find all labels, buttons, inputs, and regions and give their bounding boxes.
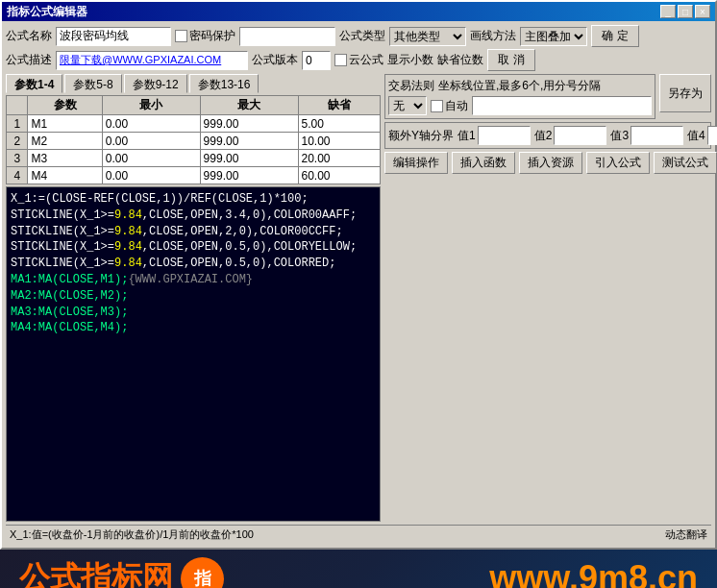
axis-val1: 值1 <box>457 126 531 145</box>
code-line-ma2: MA2:MA(CLOSE,M2); <box>11 288 376 305</box>
maximize-button[interactable]: □ <box>678 5 693 18</box>
insert-func-button[interactable]: 插入函数 <box>452 152 515 174</box>
formula-name-label: 公式名称 <box>6 28 52 44</box>
tab-params-9-12[interactable]: 参数9-12 <box>124 74 187 93</box>
test-formula-button[interactable]: 测试公式 <box>654 152 717 174</box>
left-panel: 参数1-4 参数5-8 参数9-12 参数13-16 参数 最小 最大 缺省 <box>6 74 381 522</box>
param-max-input[interactable] <box>204 152 257 165</box>
auto-label: 自动 <box>445 98 468 114</box>
formula-desc-row: 公式描述 公式版本 云公式 显示小数 缺省位数 取 消 <box>6 49 711 71</box>
formula-code-editor[interactable]: X_1:=(CLOSE-REF(CLOSE,1))/REF(CLOSE,1)*1… <box>6 186 381 522</box>
minimize-button[interactable]: _ <box>660 5 676 18</box>
param-name-input[interactable] <box>31 135 69 148</box>
formula-type-select[interactable]: 其他类型 <box>389 27 466 46</box>
row-num: 2 <box>7 133 28 150</box>
confirm-button[interactable]: 确 定 <box>591 25 639 47</box>
show-small-label: 显示小数 <box>387 52 433 68</box>
axis-row: 额外Y轴分界 值1 值2 值3 <box>388 126 707 145</box>
insert-resource-button[interactable]: 插入资源 <box>519 152 582 174</box>
draw-method-select[interactable]: 主图叠加 <box>520 27 587 46</box>
axis-val2: 值2 <box>534 126 607 145</box>
axis-val4-input[interactable] <box>707 126 717 145</box>
title-buttons: _ □ × <box>660 5 710 18</box>
param-name-input[interactable] <box>31 117 69 131</box>
trading-save-row: 交易法则 坐标线位置,最多6个,用分号分隔 无 自动 <box>384 74 711 119</box>
save-as-button[interactable]: 另存为 <box>659 74 711 112</box>
watermark-formula-text: 公式指标网 <box>19 557 173 588</box>
status-text: X_1:值=(收盘价-1月前的收盘价)/1月前的收盘价*100 <box>10 527 657 542</box>
password-protect-label: 密码保护 <box>189 28 235 44</box>
watermark-left: 公式指标网 指 <box>19 557 224 589</box>
coord-input[interactable] <box>472 96 652 115</box>
param-default-input[interactable] <box>302 117 345 131</box>
main-content: 公式名称 密码保护 公式类型 其他类型 画线方法 主图叠加 确 定 <box>2 21 715 548</box>
formula-version-label: 公式版本 <box>252 52 298 68</box>
password-input[interactable] <box>239 27 335 46</box>
formula-version-input[interactable] <box>302 51 331 70</box>
code-line-5: STICKLINE(X_1>=9.84,CLOSE,OPEN,0.5,0),CO… <box>11 256 376 272</box>
param-max-input[interactable] <box>204 117 257 131</box>
param-default-input[interactable] <box>302 152 345 165</box>
import-formula-button[interactable]: 引入公式 <box>586 152 650 174</box>
code-line-3: STICKLINE(X_1>=9.84,CLOSE,OPEN,2,0),COLO… <box>11 224 376 240</box>
main-layout: 参数1-4 参数5-8 参数9-12 参数13-16 参数 最小 最大 缺省 <box>6 74 711 522</box>
row-num: 4 <box>7 167 28 184</box>
window-title: 指标公式编辑器 <box>7 4 87 20</box>
trading-direction-select[interactable]: 无 <box>388 96 427 115</box>
code-line-ma1: MA1:MA(CLOSE,M1);{WWW.GPXIAZAI.COM} <box>11 272 376 288</box>
params-table: 参数 最小 最大 缺省 1 2 3 <box>6 95 381 184</box>
auto-checkbox[interactable] <box>431 100 443 112</box>
formula-name-input[interactable] <box>56 27 171 46</box>
tab-params-5-8[interactable]: 参数5-8 <box>64 74 121 93</box>
title-bar: 指标公式编辑器 _ □ × <box>2 2 715 21</box>
cancel-button[interactable]: 取 消 <box>487 49 535 71</box>
param-min-input[interactable] <box>106 152 159 165</box>
param-min-input[interactable] <box>106 169 159 183</box>
param-default-input[interactable] <box>302 169 345 183</box>
row-num: 1 <box>7 115 28 133</box>
code-line-4: STICKLINE(X_1>=9.84,CLOSE,OPEN,0.5,0),CO… <box>11 239 376 256</box>
cloud-formula-checkbox[interactable] <box>334 54 347 66</box>
watermark-url: www.9m8.cn <box>489 558 698 588</box>
param-min-input[interactable] <box>106 117 159 131</box>
param-name-input[interactable] <box>31 152 69 165</box>
col-param-header: 参数 <box>28 96 102 115</box>
right-empty-space <box>384 177 711 522</box>
axis-val3-input[interactable] <box>630 126 683 145</box>
default-digits-label: 缺省位数 <box>437 52 483 68</box>
top-form-section: 公式名称 密码保护 公式类型 其他类型 画线方法 主图叠加 确 定 <box>6 25 711 71</box>
close-button[interactable]: × <box>695 5 710 18</box>
param-name-input[interactable] <box>31 169 69 183</box>
row-num: 3 <box>7 150 28 167</box>
tab-params-13-16[interactable]: 参数13-16 <box>189 74 260 93</box>
trading-rule-row: 交易法则 坐标线位置,最多6个,用分号分隔 <box>388 78 652 94</box>
auto-group: 自动 <box>431 98 468 114</box>
formula-desc-label: 公式描述 <box>6 52 52 68</box>
coord-label: 坐标线位置,最多6个,用分号分隔 <box>438 78 601 94</box>
param-min-input[interactable] <box>106 135 159 148</box>
tab-params-1-4[interactable]: 参数1-4 <box>6 74 62 93</box>
code-line-2: STICKLINE(X_1>=9.84,CLOSE,OPEN,3.4,0),CO… <box>11 208 376 224</box>
param-max-input[interactable] <box>204 135 257 148</box>
col-num-header <box>7 96 28 115</box>
trading-rule-section: 交易法则 坐标线位置,最多6个,用分号分隔 无 自动 <box>384 74 655 119</box>
formula-desc-input[interactable] <box>56 51 248 70</box>
param-max-input[interactable] <box>204 169 257 183</box>
cloud-formula-label: 云公式 <box>349 52 383 68</box>
edit-op-button[interactable]: 编辑操作 <box>384 152 448 174</box>
param-default-input[interactable] <box>302 135 345 148</box>
password-protect-checkbox[interactable] <box>175 30 187 42</box>
code-line-ma4: MA4:MA(CLOSE,M4); <box>11 320 376 336</box>
col-max-header: 最大 <box>200 96 298 115</box>
password-protect-group: 密码保护 <box>175 28 235 44</box>
axis-val2-input[interactable] <box>554 126 606 145</box>
table-row: 4 <box>7 167 381 184</box>
code-line-1: X_1:=(CLOSE-REF(CLOSE,1))/REF(CLOSE,1)*1… <box>11 191 376 208</box>
axis-label: 额外Y轴分界 <box>388 128 454 144</box>
axis-val4: 值4 <box>687 126 717 145</box>
trading-direction-row: 无 自动 <box>388 96 652 115</box>
right-panel: 交易法则 坐标线位置,最多6个,用分号分隔 无 自动 <box>384 74 711 522</box>
trading-rule-label: 交易法则 <box>388 78 434 94</box>
formula-name-row: 公式名称 密码保护 公式类型 其他类型 画线方法 主图叠加 确 定 <box>6 25 711 47</box>
axis-val1-input[interactable] <box>478 126 531 145</box>
